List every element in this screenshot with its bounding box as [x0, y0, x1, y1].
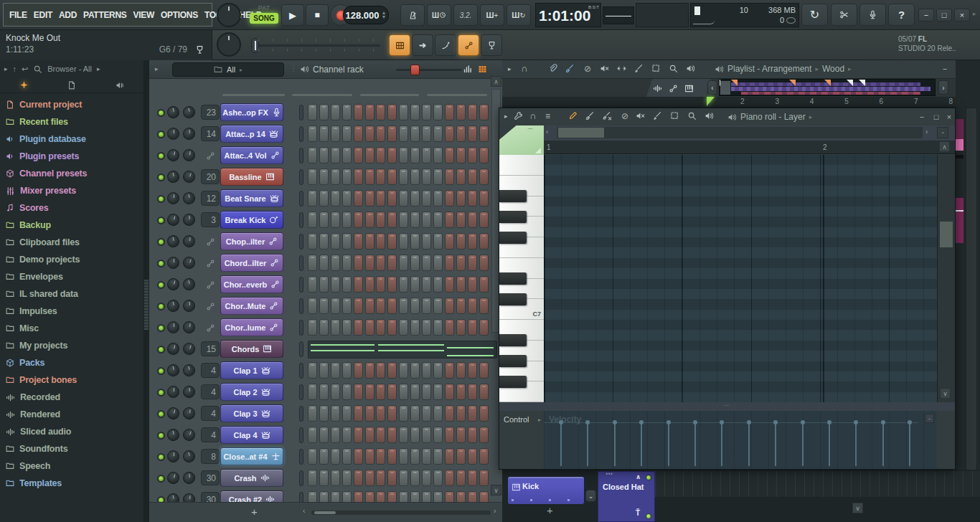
step-cell-9[interactable] — [399, 405, 408, 422]
step-cell-9[interactable] — [399, 298, 408, 314]
step-cell-8[interactable] — [387, 319, 397, 336]
step-cell-1[interactable] — [308, 233, 317, 250]
mic-record-button[interactable] — [859, 4, 886, 26]
pr-hscroll-track[interactable] — [557, 127, 923, 138]
step-cell-11[interactable] — [422, 276, 431, 293]
step-cell-2[interactable] — [319, 169, 329, 185]
minimize-button[interactable]: − — [918, 9, 934, 22]
step-cell-8[interactable] — [387, 276, 397, 293]
playlist-clip-fragment[interactable] — [956, 155, 963, 158]
slide-notes-button[interactable] — [435, 34, 456, 56]
channel-button[interactable]: Clap 3 — [220, 404, 283, 422]
step-cell-13[interactable] — [445, 104, 454, 120]
browser-item-backup[interactable]: Backup — [0, 217, 143, 234]
step-cell-9[interactable] — [399, 362, 408, 379]
metronome-button[interactable] — [400, 4, 425, 26]
step-cell-7[interactable] — [376, 427, 385, 443]
channel-target-track[interactable]: 30 — [201, 470, 220, 485]
close-button[interactable]: × — [954, 9, 970, 22]
playlist-marker[interactable] — [859, 80, 865, 86]
delete-tool-icon[interactable]: ⊘ — [584, 64, 591, 74]
step-cell-1[interactable] — [308, 298, 317, 314]
step-cell-12[interactable] — [433, 405, 443, 422]
step-cell-8[interactable] — [387, 233, 397, 250]
step-cell-1[interactable] — [308, 470, 317, 486]
step-cell-4[interactable] — [342, 448, 352, 465]
step-cell-10[interactable] — [410, 427, 420, 443]
step-cell-4[interactable] — [342, 233, 352, 250]
browser-item-soundfonts[interactable]: Soundfonts — [0, 440, 143, 457]
channel-enable-led[interactable] — [157, 174, 165, 181]
step-cell-1[interactable] — [308, 448, 317, 465]
step-cell-15[interactable] — [468, 147, 477, 163]
channel-button[interactable]: Clap 2 — [220, 383, 283, 401]
step-cell-2[interactable] — [319, 147, 329, 163]
step-cell-4[interactable] — [342, 276, 352, 293]
channel-pan-knob[interactable] — [167, 450, 179, 462]
black-key[interactable] — [499, 355, 527, 367]
velocity-dot[interactable] — [827, 420, 831, 424]
step-cell-6[interactable] — [365, 104, 374, 120]
clip-led[interactable] — [646, 513, 651, 519]
step-cell-8[interactable] — [387, 255, 397, 271]
channel-volume-knob[interactable] — [182, 255, 197, 270]
step-cell-9[interactable] — [399, 212, 408, 228]
step-cell-7[interactable] — [376, 255, 385, 271]
bottom-scroll-down[interactable]: ∨ — [852, 503, 863, 513]
velocity-stem[interactable] — [775, 422, 776, 466]
step-cell-8[interactable] — [387, 470, 397, 486]
playlist-hscroll-right[interactable]: › — [938, 80, 948, 95]
slip-tool-icon[interactable] — [548, 64, 557, 73]
step-cell-5[interactable] — [354, 491, 363, 502]
velocity-stem[interactable] — [748, 422, 750, 466]
channel-enable-led[interactable] — [157, 195, 165, 203]
loop-record-button[interactable]: Ш+ — [480, 4, 504, 26]
pr-mute-speaker-icon[interactable] — [636, 111, 645, 120]
step-cell-6[interactable] — [365, 470, 374, 486]
channel-enable-led[interactable] — [157, 367, 165, 375]
channel-pan-knob[interactable] — [167, 321, 179, 333]
step-cell-11[interactable] — [422, 190, 431, 207]
playlist-track-grid[interactable] — [655, 471, 980, 497]
step-cell-13[interactable] — [445, 470, 454, 486]
step-cell-5[interactable] — [354, 319, 363, 336]
playlist-crumb[interactable]: Wood — [822, 64, 844, 74]
channel-volume-knob[interactable] — [182, 299, 196, 313]
channel-pan-knob[interactable] — [166, 406, 181, 421]
tab-plugins-icon[interactable] — [116, 81, 124, 90]
step-cell-2[interactable] — [319, 448, 329, 465]
step-cell-8[interactable] — [387, 384, 397, 400]
automation-clips-tab-icon[interactable] — [669, 84, 678, 93]
pattern-clips-tab-icon[interactable] — [684, 84, 694, 93]
step-cell-7[interactable] — [376, 212, 385, 228]
browser-item-il-shared-data[interactable]: IL shared data — [0, 285, 143, 303]
browser-item-misc[interactable]: Misc — [0, 320, 143, 337]
step-cell-14[interactable] — [456, 470, 466, 486]
pr-close[interactable]: × — [943, 111, 956, 123]
step-cell-16[interactable] — [479, 448, 489, 465]
step-cell-15[interactable] — [468, 233, 477, 250]
menu-patterns[interactable]: PATTERNS — [83, 10, 127, 20]
pr-scroll-up[interactable]: ∧ — [939, 141, 950, 152]
stop-button[interactable]: ■ — [306, 4, 329, 26]
step-cell-16[interactable] — [479, 384, 489, 400]
playlist-overview[interactable] — [719, 79, 936, 96]
browser-scroll-thumb[interactable] — [144, 280, 149, 330]
step-cell-14[interactable] — [456, 319, 466, 336]
step-cell-8[interactable] — [387, 125, 397, 142]
pr-maximize[interactable]: □ — [930, 111, 943, 123]
step-cell-5[interactable] — [354, 147, 363, 163]
playlist-vscroll-track[interactable] — [966, 108, 977, 495]
step-cell-16[interactable] — [479, 362, 489, 379]
step-cell-12[interactable] — [433, 384, 443, 400]
step-cell-2[interactable] — [319, 276, 329, 293]
step-cell-10[interactable] — [410, 362, 420, 379]
step-edit-toggle[interactable] — [389, 34, 410, 56]
velocity-stem[interactable] — [721, 422, 722, 466]
step-cell-13[interactable] — [445, 298, 454, 314]
sync-button[interactable]: ↻ — [801, 4, 828, 26]
channel-target-track[interactable]: 4 — [201, 406, 220, 421]
step-cell-3[interactable] — [331, 491, 340, 502]
mute-tool-icon[interactable] — [600, 64, 609, 73]
step-cell-8[interactable] — [387, 169, 397, 185]
